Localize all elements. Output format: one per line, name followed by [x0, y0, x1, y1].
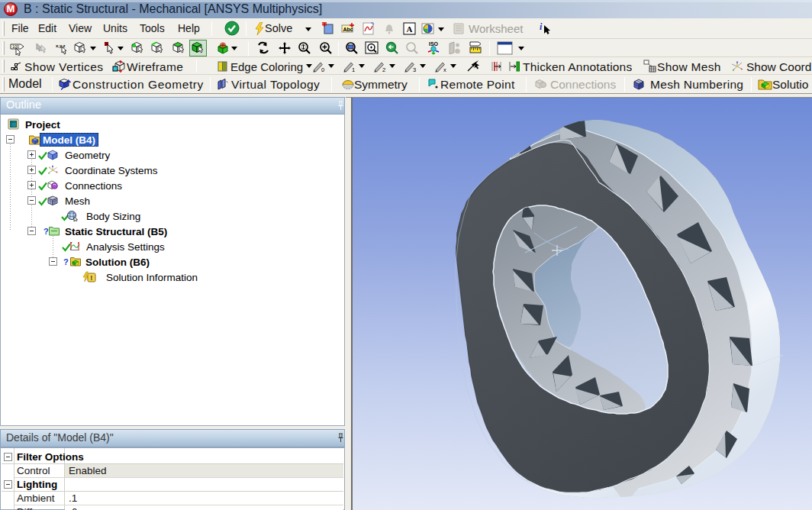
- svg-text:100: 100: [12, 44, 19, 49]
- svg-text:1: 1: [352, 66, 355, 73]
- svg-text:!: !: [90, 274, 92, 282]
- svg-text:0: 0: [321, 66, 324, 73]
- svg-text:ISO: ISO: [429, 41, 439, 47]
- svg-text:2: 2: [382, 66, 385, 73]
- svg-text:A: A: [407, 24, 413, 34]
- svg-text:x,y,z: x,y,z: [56, 44, 66, 48]
- svg-text:3: 3: [413, 66, 416, 73]
- svg-text:i: i: [540, 21, 543, 32]
- svg-text:?: ?: [63, 257, 69, 266]
- svg-text:x: x: [443, 66, 446, 73]
